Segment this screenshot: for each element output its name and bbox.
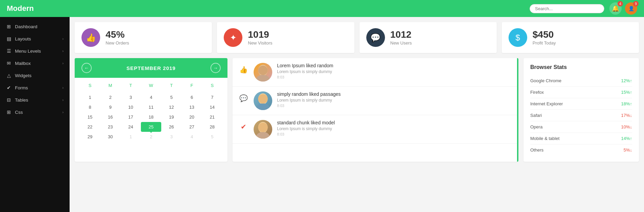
activity-item-1: 👍 Lorem Ipsum liked random Lorem Ipsum i… bbox=[233, 58, 517, 87]
cal-day-24[interactable]: 24 bbox=[121, 122, 141, 132]
sidebar-item-mailbox[interactable]: ✉ Mailbox › bbox=[0, 57, 70, 69]
browser-item-firefox: Firefox 15%↑ bbox=[530, 87, 632, 98]
cal-day-20[interactable]: 20 bbox=[182, 112, 202, 122]
activity-title-2: simply random liked passages bbox=[277, 91, 341, 97]
sidebar-label-mailbox: Mailbox bbox=[15, 61, 31, 66]
cal-day-19[interactable]: 19 bbox=[161, 112, 182, 122]
sidebar-item-dashboard[interactable]: ⊞ Dashboard bbox=[0, 20, 70, 33]
browser-item-mobile: Mobile & tablet 14%↑ bbox=[530, 133, 632, 144]
cal-day-oct1[interactable]: 1 bbox=[121, 132, 141, 142]
chevron-right-icon: › bbox=[62, 37, 63, 41]
widgets-icon: △ bbox=[6, 73, 12, 78]
weekday-s1: S bbox=[80, 81, 100, 90]
browser-stats-title: Browser Stats bbox=[530, 64, 632, 70]
browser-item-safari: Safari 17%↓ bbox=[530, 110, 632, 121]
cal-day-9[interactable]: 9 bbox=[100, 102, 121, 112]
cal-day-28[interactable]: 28 bbox=[202, 122, 222, 132]
activity-title-1: Lorem Ipsum liked random bbox=[277, 63, 333, 68]
cal-day-26[interactable]: 26 bbox=[161, 122, 182, 132]
calendar-weekdays: S M T W T F S bbox=[80, 81, 222, 90]
cal-day-2[interactable]: 2 bbox=[100, 92, 121, 102]
browser-pct-opera: 10%↓ bbox=[621, 124, 632, 129]
cal-day-11[interactable]: 11 bbox=[141, 102, 161, 112]
cal-day-oct4[interactable]: 4 bbox=[182, 132, 202, 142]
browser-name-ie: Internet Explorer bbox=[530, 101, 563, 106]
cal-day-7[interactable]: 7 bbox=[202, 92, 222, 102]
main-wrapper: ⊞ Dashboard ▤ Layouts › ☰ Menu Levels › … bbox=[0, 17, 644, 212]
cal-day-21[interactable]: 21 bbox=[202, 112, 222, 122]
browser-pct-chrome: 12%↑ bbox=[621, 78, 632, 83]
cal-day-oct3[interactable]: 3 bbox=[161, 132, 182, 142]
weekday-t1: T bbox=[121, 81, 141, 90]
user-menu-button[interactable]: 👤 9 bbox=[625, 2, 637, 15]
activity-time-3: 8:03 bbox=[277, 132, 335, 136]
sidebar-item-tables[interactable]: ⊟ Tables › bbox=[0, 94, 70, 106]
sidebar-item-css[interactable]: ⊞ Css › bbox=[0, 106, 70, 118]
browser-name-others: Others bbox=[530, 147, 544, 153]
svg-point-4 bbox=[256, 103, 271, 110]
stat-card-visitors: ✦ 1019 New Visitors bbox=[217, 22, 354, 53]
calendar-prev-button[interactable]: ← bbox=[81, 63, 92, 73]
sidebar-label-dashboard: Dashboard bbox=[15, 24, 37, 29]
activity-title-3: standard chunk liked model bbox=[277, 120, 335, 125]
cal-day-18[interactable]: 18 bbox=[141, 112, 161, 122]
cal-day-22[interactable]: 22 bbox=[80, 122, 100, 132]
browser-item-opera: Opera 10%↓ bbox=[530, 121, 632, 133]
cal-day-17[interactable]: 17 bbox=[121, 112, 141, 122]
browser-item-chrome: Google Chrome 12%↑ bbox=[530, 75, 632, 87]
cal-day-25[interactable]: 25 bbox=[141, 122, 161, 132]
notifications-button[interactable]: 🔔 4 bbox=[609, 2, 622, 15]
cal-day-13[interactable]: 13 bbox=[182, 102, 202, 112]
comment-icon-2: 💬 bbox=[238, 93, 249, 104]
bell-badge: 4 bbox=[618, 1, 623, 6]
cal-day-3[interactable]: 3 bbox=[121, 92, 141, 102]
calendar-card: ← SEPTEMBER 2019 → S M T W T F S bbox=[75, 58, 227, 162]
profit-icon: $ bbox=[509, 28, 527, 47]
sidebar-item-menu-levels[interactable]: ☰ Menu Levels › bbox=[0, 45, 70, 57]
sidebar-label-widgets: Widgets bbox=[15, 73, 32, 78]
cal-day-oct2[interactable]: 2 bbox=[141, 132, 161, 142]
cal-day-15[interactable]: 15 bbox=[80, 112, 100, 122]
cal-day-4[interactable]: 4 bbox=[141, 92, 161, 102]
avatar-3 bbox=[254, 120, 272, 139]
browser-pct-others: 5%↓ bbox=[624, 147, 632, 153]
calendar-next-button[interactable]: → bbox=[210, 63, 221, 73]
cal-day-16[interactable]: 16 bbox=[100, 112, 121, 122]
cal-day-oct5[interactable]: 5 bbox=[202, 132, 222, 142]
search-input[interactable] bbox=[530, 4, 604, 13]
layouts-icon: ▤ bbox=[6, 36, 12, 41]
profit-value: $450 bbox=[533, 30, 556, 40]
cal-day-30[interactable]: 30 bbox=[100, 132, 121, 142]
users-icon: 💬 bbox=[366, 28, 385, 47]
check-icon-3: ✔ bbox=[238, 121, 249, 132]
weekday-t2: T bbox=[161, 81, 182, 90]
cal-day-14[interactable]: 14 bbox=[202, 102, 222, 112]
sidebar-item-layouts[interactable]: ▤ Layouts › bbox=[0, 33, 70, 45]
activity-desc-1: Lorem Ipsum is simply dummy bbox=[277, 69, 333, 74]
browser-name-mobile: Mobile & tablet bbox=[530, 136, 559, 141]
stat-card-users: 💬 1012 New Users bbox=[360, 22, 497, 53]
cal-day-23[interactable]: 23 bbox=[100, 122, 121, 132]
avatar-2 bbox=[254, 91, 272, 110]
cal-day-8[interactable]: 8 bbox=[80, 102, 100, 112]
activity-item-3: ✔ standard chunk liked model Lorem Ipsum… bbox=[233, 115, 517, 144]
cal-day-6[interactable]: 6 bbox=[182, 92, 202, 102]
cal-day-12[interactable]: 12 bbox=[161, 102, 182, 112]
brand-title: Modern bbox=[7, 4, 530, 13]
sidebar-item-widgets[interactable]: △ Widgets bbox=[0, 69, 70, 82]
cal-day-29[interactable]: 29 bbox=[80, 132, 100, 142]
sidebar-item-forms[interactable]: ✔ Forms › bbox=[0, 82, 70, 94]
nav-icons: 🔔 4 👤 9 bbox=[609, 2, 637, 15]
cal-day-5[interactable]: 5 bbox=[161, 92, 182, 102]
cal-day-1[interactable]: 1 bbox=[80, 92, 100, 102]
visitors-icon: ✦ bbox=[224, 28, 242, 47]
cal-day-27[interactable]: 27 bbox=[182, 122, 202, 132]
like-icon-1: 👍 bbox=[238, 64, 249, 75]
cal-day-10[interactable]: 10 bbox=[121, 102, 141, 112]
css-icon: ⊞ bbox=[6, 109, 12, 115]
browser-stats-card: Browser Stats Google Chrome 12%↑ Firefox… bbox=[523, 58, 639, 162]
svg-point-7 bbox=[256, 132, 271, 139]
calendar-body: S M T W T F S 1 2 3 4 5 6 bbox=[75, 78, 227, 147]
activity-item-2: 💬 simply random liked passages Lorem Ips… bbox=[233, 87, 517, 115]
chevron-right-icon-4: › bbox=[62, 86, 63, 90]
